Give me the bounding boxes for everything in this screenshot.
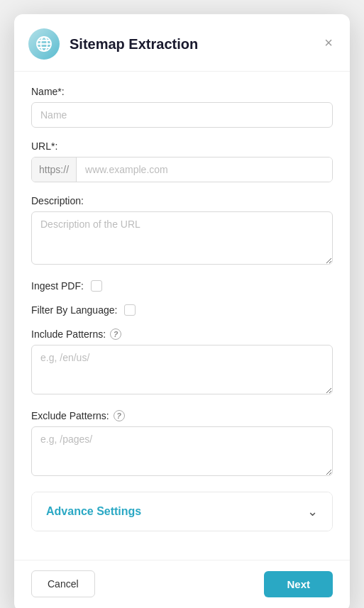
url-group: URL*: https://: [31, 140, 333, 182]
filter-language-label: Filter By Language:: [31, 304, 117, 316]
include-patterns-group: Include Patterns: ?: [31, 328, 333, 397]
exclude-patterns-textarea[interactable]: [31, 426, 333, 476]
name-group: Name*:: [31, 86, 333, 128]
next-button[interactable]: Next: [264, 571, 333, 597]
include-patterns-label-row: Include Patterns: ?: [31, 328, 333, 340]
modal-footer: Cancel Next: [14, 560, 350, 608]
advance-settings-header[interactable]: Advance Settings ⌄: [32, 492, 332, 531]
exclude-patterns-label: Exclude Patterns:: [31, 410, 109, 421]
close-button[interactable]: ×: [321, 33, 336, 52]
exclude-patterns-group: Exclude Patterns: ?: [31, 410, 333, 479]
name-label: Name*:: [31, 86, 333, 97]
modal-container: Sitemap Extraction × Name*: URL*: https:…: [14, 14, 350, 608]
filter-language-group: Filter By Language:: [31, 304, 333, 316]
modal-title: Sitemap Extraction: [70, 36, 198, 52]
include-patterns-textarea[interactable]: [31, 345, 333, 394]
url-label: URL*:: [31, 140, 333, 152]
cancel-button[interactable]: Cancel: [31, 570, 95, 597]
url-input[interactable]: [77, 157, 332, 182]
description-label: Description:: [31, 195, 333, 206]
description-textarea[interactable]: [31, 211, 333, 265]
modal-header: Sitemap Extraction ×: [14, 14, 350, 72]
advance-settings-title: Advance Settings: [46, 505, 141, 518]
help-include-icon[interactable]: ?: [110, 328, 121, 340]
name-input[interactable]: [31, 102, 333, 128]
advance-settings-section: Advance Settings ⌄: [31, 492, 333, 531]
globe-icon: [28, 28, 60, 60]
ingest-pdf-checkbox[interactable]: [91, 280, 102, 292]
chevron-down-icon: ⌄: [307, 504, 318, 519]
filter-language-checkbox[interactable]: [124, 304, 136, 316]
include-patterns-label: Include Patterns:: [31, 328, 106, 340]
modal-body: Name*: URL*: https:// Description: Inges…: [14, 72, 350, 560]
description-group: Description:: [31, 195, 333, 267]
exclude-patterns-label-row: Exclude Patterns: ?: [31, 410, 333, 421]
url-prefix: https://: [32, 157, 77, 182]
ingest-pdf-group: Ingest PDF:: [31, 280, 333, 292]
help-exclude-icon[interactable]: ?: [114, 410, 125, 421]
ingest-pdf-label: Ingest PDF:: [31, 280, 84, 292]
url-input-wrapper: https://: [31, 157, 333, 182]
